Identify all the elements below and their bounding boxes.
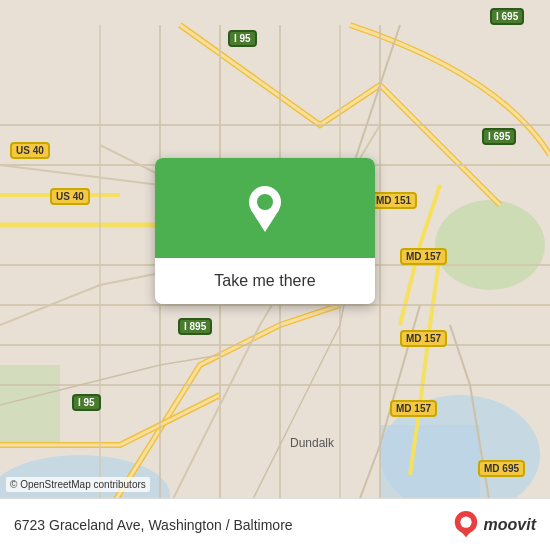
card-map-preview [155,158,375,258]
highway-label-us40-left-top: US 40 [10,142,50,159]
highway-label-i95-bottom: I 95 [72,394,101,411]
osm-attribution: © OpenStreetMap contributors [6,477,150,492]
svg-point-3 [435,200,545,290]
map-container: I 695I 95I 695US 40US 40MD 151MD 157MD 1… [0,0,550,550]
highway-label-md157-top: MD 157 [400,248,447,265]
highway-label-i895: I 895 [178,318,212,335]
moovit-icon [452,511,480,539]
highway-label-i95-top: I 95 [228,30,257,47]
svg-rect-2 [380,425,480,505]
highway-label-md695-right2: MD 695 [478,460,525,477]
place-label-dundalk: Dundalk [290,436,334,450]
take-me-there-card: Take me there [155,158,375,304]
bottom-bar: 6723 Graceland Ave, Washington / Baltimo… [0,498,550,550]
svg-marker-22 [459,529,472,536]
svg-rect-4 [0,365,60,445]
take-me-there-button[interactable]: Take me there [155,258,375,304]
address-label: 6723 Graceland Ave, Washington / Baltimo… [14,517,293,533]
highway-label-md157-bot: MD 157 [390,400,437,417]
moovit-brand-name: moovit [484,516,536,534]
highway-label-i695-right: I 695 [482,128,516,145]
svg-marker-18 [251,210,279,232]
moovit-logo: moovit [452,511,536,539]
location-pin [245,184,285,232]
svg-point-19 [257,194,273,210]
highway-label-md157-mid: MD 157 [400,330,447,347]
highway-label-us40-mid-left: US 40 [50,188,90,205]
highway-label-i695-top-right: I 695 [490,8,524,25]
highway-label-md151: MD 151 [370,192,417,209]
svg-point-21 [460,516,471,527]
